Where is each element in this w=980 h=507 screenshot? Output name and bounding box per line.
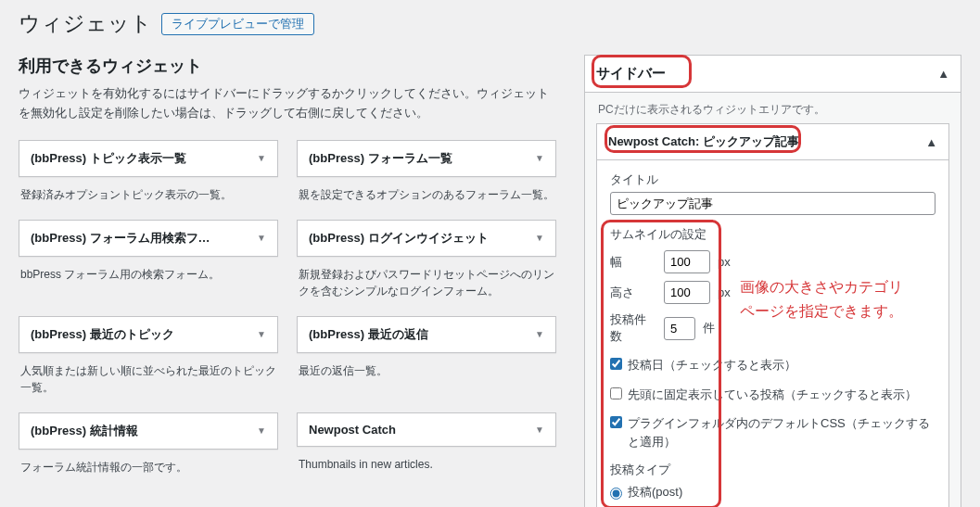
width-label: 幅 (610, 254, 656, 271)
count-input[interactable] (664, 317, 695, 340)
caret-down-icon: ▼ (257, 153, 266, 163)
show-sticky-checkbox[interactable] (610, 387, 622, 399)
widget-title-input[interactable] (610, 192, 935, 215)
available-widget-desc: bbPress フォーラム用の検索フォーム。 (19, 257, 278, 283)
post-type-label: 投稿タイプ (610, 462, 935, 478)
page-title: ウィジェット (19, 9, 152, 38)
available-widgets-title: 利用できるウィジェット (19, 55, 556, 77)
available-widget-title: (bbPress) 最近のトピック (31, 326, 174, 343)
available-widget-title: (bbPress) フォーラム一覧 (309, 150, 452, 167)
available-widget-desc: Thumbnails in new articles. (297, 447, 556, 473)
post-type-radio[interactable] (610, 488, 622, 500)
width-unit: px (718, 255, 731, 269)
thumbnail-settings-label: サムネイルの設定 (610, 226, 935, 243)
height-input[interactable] (664, 281, 710, 304)
height-unit: px (718, 285, 731, 299)
available-widgets-desc: ウィジェットを有効化するにはサイドバーにドラッグするかクリックしてください。ウィ… (19, 84, 556, 123)
available-widget-header[interactable]: (bbPress) フォーラム用検索フ…▼ (19, 220, 278, 257)
caret-down-icon: ▼ (535, 329, 544, 339)
available-widget-title: Newpost Catch (309, 423, 396, 437)
available-widget-title: (bbPress) ログインウイジェット (309, 230, 489, 247)
post-type-option-label: 投稿(post) (628, 484, 682, 501)
caret-down-icon: ▼ (535, 153, 544, 163)
available-widget-desc: 新規登録およびパスワードリセットページへのリンクを含むシンプルなログインフォーム… (297, 257, 556, 299)
widget-title-label: タイトル (610, 171, 935, 188)
widget-instance-name: Newpost Catch: ピックアップ記事 (608, 133, 799, 150)
caret-up-icon: ▲ (937, 67, 949, 81)
show-date-label: 投稿日（チェックすると表示） (628, 356, 796, 374)
available-widget-desc: フォーラム統計情報の一部です。 (19, 450, 278, 475)
available-widget-desc: 人気順または新しい順に並べられた最近のトピック一覧。 (19, 353, 278, 396)
sidebar-area-desc: PCだけに表示されるウィジットエリアです。 (585, 102, 961, 123)
caret-up-icon: ▲ (925, 135, 937, 149)
caret-down-icon: ▼ (257, 329, 266, 339)
caret-down-icon: ▼ (535, 233, 544, 243)
widget-instance-header[interactable]: Newpost Catch: ピックアップ記事 ▲ (597, 124, 948, 160)
available-widget-header[interactable]: (bbPress) 最近の返信▼ (297, 316, 556, 353)
count-label: 投稿件数 (610, 311, 656, 345)
sidebar-area-name: サイドバー (596, 65, 666, 82)
available-widget-header[interactable]: (bbPress) 最近のトピック▼ (19, 316, 278, 353)
annotation-text: 画像の大きさやカテゴリ ページを指定できます。 (740, 275, 903, 323)
width-input[interactable] (664, 250, 710, 273)
available-widget-header[interactable]: Newpost Catch▼ (297, 412, 556, 447)
caret-down-icon: ▼ (257, 233, 266, 243)
show-date-checkbox[interactable] (610, 358, 622, 370)
available-widget-desc: 親を設定できるオプションのあるフォーラム一覧。 (297, 177, 556, 203)
available-widget-header[interactable]: (bbPress) 統計情報▼ (19, 412, 278, 450)
available-widget-desc: 最近の返信一覧。 (297, 353, 556, 379)
default-css-label: プラグインフォルダ内のデフォルトCSS（チェックすると適用） (628, 414, 935, 450)
available-widget-title: (bbPress) トピック表示一覧 (31, 150, 186, 167)
available-widget-header[interactable]: (bbPress) フォーラム一覧▼ (297, 140, 556, 177)
live-preview-button[interactable]: ライブプレビューで管理 (161, 13, 314, 35)
available-widget-title: (bbPress) 統計情報 (31, 423, 138, 439)
show-sticky-label: 先頭に固定表示している投稿（チェックすると表示） (628, 386, 917, 404)
available-widget-desc: 登録済みオプショントピック表示の一覧。 (19, 177, 278, 203)
default-css-checkbox[interactable] (610, 416, 622, 428)
height-label: 高さ (610, 285, 656, 301)
caret-down-icon: ▼ (535, 425, 544, 435)
count-unit: 件 (703, 320, 715, 336)
available-widget-header[interactable]: (bbPress) ログインウイジェット▼ (297, 220, 556, 257)
available-widget-title: (bbPress) フォーラム用検索フ… (31, 230, 210, 247)
sidebar-area-header[interactable]: サイドバー ▲ (585, 56, 961, 93)
caret-down-icon: ▼ (257, 425, 266, 436)
available-widget-title: (bbPress) 最近の返信 (309, 326, 428, 343)
available-widget-header[interactable]: (bbPress) トピック表示一覧▼ (19, 140, 278, 177)
